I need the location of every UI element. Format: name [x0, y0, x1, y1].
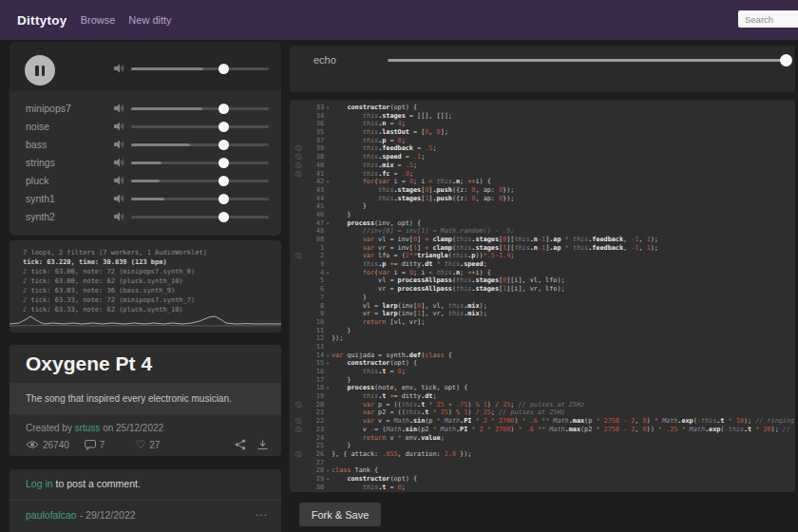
fold-toggle-icon[interactable]: ▾ — [324, 475, 332, 484]
code-text[interactable]: } — [332, 442, 351, 450]
editor-line[interactable]: 1 var vr = inv[1] + clamp(this.stages[1]… — [290, 244, 795, 253]
code-text[interactable]: this.fc = .0; — [332, 170, 413, 179]
download-icon[interactable] — [257, 440, 268, 450]
volume-slider[interactable] — [131, 136, 271, 154]
editor-line[interactable]: 48 //inv[0] = inv[1] = Math.random() - .… — [290, 227, 795, 236]
code-text[interactable]: } — [332, 294, 367, 302]
fold-toggle-icon[interactable]: ▾ — [324, 219, 332, 228]
fold-toggle-icon[interactable]: ▾ — [324, 104, 332, 112]
code-text[interactable]: process(inv, opt) { — [332, 219, 421, 228]
editor-line[interactable]: ⓘ20 var p = ((this.t * 25 + .75) % 1) / … — [290, 401, 795, 409]
code-text[interactable]: }); — [332, 334, 343, 343]
code-text[interactable]: var quijada = synth.def(class { — [332, 352, 452, 360]
code-text[interactable]: //inv[0] = inv[1] = Math.random() - .5; — [332, 227, 514, 236]
speaker-icon[interactable] — [114, 194, 125, 203]
editor-line[interactable]: ⓘ39 this.feedback = .5; — [290, 144, 795, 153]
speaker-icon[interactable] — [114, 176, 125, 185]
editor-line[interactable]: 37 this.p = 0; — [290, 137, 795, 145]
volume-knob[interactable] — [218, 122, 229, 132]
editor-line[interactable]: 14▾var quijada = synth.def(class { — [290, 352, 795, 360]
code-text[interactable]: return [vl, vr]; — [332, 318, 425, 327]
code-text[interactable]: this.n = 4; — [332, 120, 406, 128]
editor-line[interactable]: ⓘ40 this.mix = .5; — [290, 162, 795, 170]
speaker-icon[interactable] — [114, 158, 125, 167]
fold-toggle-icon[interactable]: ▾ — [324, 269, 332, 277]
editor-line[interactable]: 13 — [290, 343, 795, 352]
editor-line[interactable]: 7 } — [290, 294, 795, 302]
code-text[interactable]: var p = ((this.t * 25 + .75) % 1) / 25; … — [332, 401, 584, 409]
editor-line[interactable]: 47▾ process(inv, opt) { — [290, 219, 795, 228]
volume-knob[interactable] — [218, 158, 229, 168]
editor-line[interactable]: 21 var p2 = ((this.t * 25) % 1) / 25; //… — [290, 408, 795, 417]
code-text[interactable]: for(var i = 0; i < this.n; ++i) { — [332, 269, 491, 277]
code-text[interactable]: this.lastOut = [0, 0]; — [332, 128, 448, 137]
code-text[interactable]: return v * env.value; — [332, 434, 445, 443]
code-text[interactable]: this.stages = [[], []]; — [332, 112, 452, 121]
code-text[interactable]: vr = processAllpass(this.stages[1][i], v… — [332, 285, 565, 294]
speaker-icon[interactable] — [114, 140, 125, 149]
fork-save-button[interactable]: Fork & Save — [299, 503, 381, 526]
code-text[interactable]: this.speed = .1; — [332, 153, 425, 162]
speaker-icon[interactable] — [114, 122, 125, 131]
editor-line[interactable]: 18▾ process(note, env, tick, opt) { — [290, 384, 795, 392]
echo-knob[interactable] — [780, 54, 792, 66]
editor-line[interactable]: 9 vr = lerp(inv[1], vr, this.mix); — [290, 310, 795, 318]
editor-line[interactable]: 45 } — [290, 202, 795, 211]
code-text[interactable]: this.mix = .5; — [332, 162, 417, 170]
volume-slider[interactable] — [131, 208, 271, 226]
speaker-icon[interactable] — [114, 64, 125, 73]
share-icon[interactable] — [235, 439, 246, 450]
code-text[interactable]: this.t = 0; — [332, 484, 406, 492]
editor-line[interactable]: 44 this.stages[1].push({z: 0, ap: 0}); — [290, 195, 795, 203]
code-text[interactable]: vl = processAllpass(this.stages[0][i], v… — [332, 276, 565, 285]
fold-toggle-icon[interactable]: ▾ — [324, 384, 332, 392]
editor-line[interactable]: 36 this.n = 4; — [290, 120, 795, 128]
fold-toggle-icon[interactable]: ▾ — [324, 466, 332, 475]
editor-line[interactable]: ⓘ23 v -= (Math.sin(p2 * Math.PI * 2 * 27… — [290, 426, 795, 434]
editor-line[interactable]: 3 this.p += ditty.dt * this.speed; — [290, 260, 795, 269]
volume-knob[interactable] — [218, 140, 229, 150]
editor-line[interactable]: 15▾ constructor(opt) { — [290, 359, 795, 368]
code-text[interactable]: } — [332, 376, 351, 385]
editor-line[interactable]: 19 this.t += ditty.dt; — [290, 392, 795, 401]
volume-knob[interactable] — [218, 104, 229, 114]
speaker-icon[interactable] — [114, 104, 125, 113]
code-text[interactable]: this.t = 0; — [332, 368, 406, 376]
code-text[interactable]: var v = Math.sin(p * Math.PI * 2 * 2700)… — [332, 417, 795, 426]
editor-line[interactable]: 30 this.t = 0; — [290, 484, 795, 492]
code-text[interactable]: process(note, env, tick, opt) { — [332, 384, 467, 392]
code-text[interactable]: class Tank { — [332, 466, 378, 475]
editor-line[interactable]: 34 this.stages = [[], []]; — [290, 112, 795, 121]
volume-slider[interactable] — [131, 154, 271, 172]
nav-new-ditty[interactable]: New ditty — [128, 14, 171, 26]
code-text[interactable]: vr = lerp(inv[1], vr, this.mix); — [332, 310, 487, 318]
code-text[interactable]: this.p += ditty.dt * this.speed; — [332, 260, 487, 269]
code-text[interactable]: this.p = 0; — [332, 137, 406, 145]
code-text[interactable]: var p2 = ((this.t * 25) % 1) / 25; // pu… — [332, 408, 565, 417]
editor-line[interactable]: 43 this.stages[0].push({z: 0, ap: 0}); — [290, 186, 795, 195]
editor-line[interactable]: 28▾class Tank { — [290, 466, 795, 475]
volume-knob[interactable] — [218, 176, 229, 186]
editor-line[interactable]: 42▾ for(var i = 0; i < this.n; ++i) { — [290, 178, 795, 186]
volume-slider[interactable] — [131, 190, 271, 208]
code-text[interactable]: this.stages[0].push({z: 0, ap: 0}); — [332, 186, 514, 195]
author-link[interactable]: srtuss — [75, 423, 101, 433]
editor-line[interactable]: 29▾ constructor(opt) { — [290, 475, 795, 484]
volume-slider[interactable] — [131, 172, 271, 190]
code-text[interactable]: } — [332, 327, 351, 335]
code-text[interactable]: this.stages[1].push({z: 0, ap: 0}); — [332, 195, 514, 203]
editor-line[interactable]: 27 — [290, 459, 795, 467]
editor-line[interactable]: 6 vr = processAllpass(this.stages[1][i],… — [290, 285, 795, 294]
volume-knob[interactable] — [218, 194, 229, 204]
editor-line[interactable]: 98 var vl = inv[0] + clamp(this.stages[0… — [290, 236, 795, 244]
code-text[interactable]: var vl = inv[0] + clamp(this.stages[0][t… — [332, 236, 658, 244]
editor-line[interactable]: 33▾ constructor(opt) { — [290, 104, 795, 112]
editor-line[interactable]: 8 vl = lerp(inv[0], vl, this.mix); — [290, 302, 795, 311]
editor-line[interactable]: 35 this.lastOut = [0, 0]; — [290, 128, 795, 137]
fold-toggle-icon[interactable]: ▾ — [324, 359, 332, 368]
code-editor[interactable]: 33▾ constructor(opt) {34 this.stages = [… — [290, 100, 795, 492]
editor-line[interactable]: 12}); — [290, 334, 795, 343]
editor-line[interactable]: 5 vl = processAllpass(this.stages[0][i],… — [290, 276, 795, 285]
code-text[interactable]: v -= (Math.sin(p2 * Math.PI * 2 * 2700) … — [332, 426, 795, 434]
code-text[interactable]: for(var i = 0; i < this.n; ++i) { — [332, 178, 491, 186]
